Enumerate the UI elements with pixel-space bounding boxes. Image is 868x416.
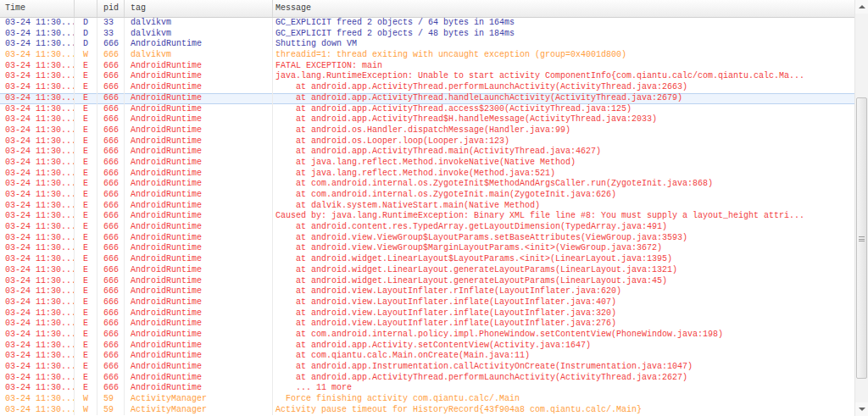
log-row[interactable]: 03-24 11:30... E 666 AndroidRuntime at c… [0,330,854,341]
log-row[interactable]: 03-24 11:30... E 666 AndroidRuntime at c… [0,179,854,190]
log-row[interactable]: 03-24 11:30... E 666 AndroidRuntime at j… [0,158,854,169]
log-level-cell: E [75,286,97,297]
log-time-cell: 03-24 11:30... [0,201,75,212]
log-row[interactable]: 03-24 11:30... E 666 AndroidRuntime at a… [0,297,854,308]
log-row[interactable]: 03-24 11:30... E 666 AndroidRuntime at j… [0,169,854,180]
log-row[interactable]: 03-24 11:30... E 666 AndroidRuntime at c… [0,351,854,362]
log-message-cell: at android.view.LayoutInflater.inflate(L… [273,319,854,330]
log-pid-cell: 666 [97,276,125,287]
log-level-cell: E [75,308,97,319]
log-message-cell: at com.android.internal.policy.impl.Phon… [273,330,854,341]
log-row[interactable]: 03-24 11:30... E 666 AndroidRuntime at a… [0,286,854,297]
log-row[interactable]: 03-24 11:30... E 666 AndroidRuntime java… [0,71,854,82]
log-time-cell: 03-24 11:30... [0,341,75,352]
log-pid-cell: 666 [97,125,125,136]
log-tag-cell: AndroidRuntime [125,351,273,362]
log-row[interactable]: 03-24 11:30... E 666 AndroidRuntime at a… [0,373,854,384]
log-row[interactable]: 03-24 11:30... W 59 ActivityManager Forc… [0,394,854,405]
log-row[interactable]: 03-24 11:30... E 666 AndroidRuntime at a… [0,276,854,287]
log-table-header: Time pid tag Message [0,0,854,18]
log-row[interactable]: 03-24 11:30... E 666 AndroidRuntime at a… [0,82,854,93]
log-row[interactable]: 03-24 11:30... E 666 AndroidRuntime at a… [0,147,854,158]
log-row[interactable]: 03-24 11:30... E 666 AndroidRuntime at a… [0,136,854,147]
log-tag-cell: AndroidRuntime [125,286,273,297]
log-row[interactable]: 03-24 11:30... E 666 AndroidRuntime at a… [0,222,854,233]
log-message-cell: at android.view.LayoutInflater.rInflate(… [273,286,854,297]
log-row[interactable]: 03-24 11:30... E 666 AndroidRuntime at d… [0,201,854,212]
log-tag-cell: AndroidRuntime [125,330,273,341]
log-row[interactable]: 03-24 11:30... E 666 AndroidRuntime at a… [0,254,854,265]
log-pid-cell: 666 [97,319,125,330]
log-row[interactable]: 03-24 11:30... E 666 AndroidRuntime at a… [0,362,854,373]
log-tag-cell: AndroidRuntime [125,104,273,115]
log-message-cell: at com.android.internal.os.ZygoteInit$Me… [273,179,854,190]
arrow-down-icon [859,408,865,411]
log-pid-cell: 666 [97,158,125,169]
log-row[interactable]: 03-24 11:30... E 666 AndroidRuntime FATA… [0,61,854,72]
vertical-scrollbar[interactable] [854,0,868,416]
log-time-cell: 03-24 11:30... [0,169,75,180]
log-row[interactable]: 03-24 11:30... E 666 AndroidRuntime at a… [0,125,854,136]
log-message-cell: GC_EXPLICIT freed 2 objects / 48 bytes i… [273,29,854,40]
log-pid-cell: 666 [97,93,125,104]
log-row[interactable]: 03-24 11:30... E 666 AndroidRuntime at a… [0,104,854,115]
log-message-cell: at android.view.LayoutInflater.inflate(L… [273,297,854,308]
log-tag-cell: AndroidRuntime [125,61,273,72]
log-row[interactable]: 03-24 11:30... E 666 AndroidRuntime at a… [0,114,854,125]
column-header-message[interactable]: Message [273,0,854,17]
log-row[interactable]: 03-24 11:30... E 666 AndroidRuntime at a… [0,233,854,244]
log-time-cell: 03-24 11:30... [0,93,75,104]
log-message-cell: FATAL EXCEPTION: main [273,61,854,72]
column-header-tag[interactable]: tag [125,0,273,17]
log-row[interactable]: 03-24 11:30... E 666 AndroidRuntime at a… [0,243,854,254]
log-level-cell: E [75,179,97,190]
log-level-cell: E [75,373,97,384]
log-row[interactable]: 03-24 11:30... E 666 AndroidRuntime Caus… [0,211,854,222]
log-row[interactable]: 03-24 11:30... D 33 dalvikvm GC_EXPLICIT… [0,29,854,40]
column-header-time[interactable]: Time [0,0,75,17]
log-pid-cell: 666 [97,190,125,201]
log-level-cell: E [75,61,97,72]
log-pid-cell: 666 [97,136,125,147]
log-tag-cell: AndroidRuntime [125,222,273,233]
log-pid-cell: 666 [97,308,125,319]
log-message-cell: threadid=1: thread exiting with uncaught… [273,50,854,61]
log-level-cell: E [75,243,97,254]
log-tag-cell: AndroidRuntime [125,179,273,190]
log-pid-cell: 666 [97,222,125,233]
log-time-cell: 03-24 11:30... [0,383,75,394]
log-level-cell: E [75,147,97,158]
log-tag-cell: AndroidRuntime [125,373,273,384]
log-pid-cell: 666 [97,362,125,373]
log-row[interactable]: 03-24 11:30... E 666 AndroidRuntime at a… [0,341,854,352]
log-message-cell: Shutting down VM [273,39,854,50]
log-message-cell: at android.view.ViewGroup$LayoutParams.s… [273,233,854,244]
log-pid-cell: 666 [97,50,125,61]
log-time-cell: 03-24 11:30... [0,29,75,40]
column-header-pid[interactable]: pid [97,0,125,17]
log-row[interactable]: 03-24 11:30... E 666 AndroidRuntime at a… [0,93,854,104]
log-message-cell: at android.widget.LinearLayout$LayoutPar… [273,254,854,265]
log-row[interactable]: 03-24 11:30... D 666 AndroidRuntime Shut… [0,39,854,50]
log-row[interactable]: 03-24 11:30... E 666 AndroidRuntime at a… [0,265,854,276]
log-pid-cell: 666 [97,286,125,297]
scroll-up-button[interactable] [855,0,868,14]
log-row[interactable]: 03-24 11:30... W 59 ActivityManager Acti… [0,405,854,416]
log-pid-cell: 666 [97,341,125,352]
logcat-view: Time pid tag Message 03-24 11:30... D 33… [0,0,868,416]
log-row[interactable]: 03-24 11:30... E 666 AndroidRuntime at c… [0,190,854,201]
log-pid-cell: 666 [97,82,125,93]
log-row[interactable]: 03-24 11:30... E 666 AndroidRuntime at a… [0,319,854,330]
scrollbar-thumb[interactable] [856,97,867,379]
log-message-cell: at android.view.LayoutInflater.inflate(L… [273,308,854,319]
log-level-cell: E [75,254,97,265]
log-message-cell: at android.widget.LinearLayout.generateL… [273,276,854,287]
log-row[interactable]: 03-24 11:30... D 33 dalvikvm GC_EXPLICIT… [0,18,854,29]
log-row[interactable]: 03-24 11:30... E 666 AndroidRuntime at a… [0,308,854,319]
scroll-down-button[interactable] [855,402,868,416]
log-time-cell: 03-24 11:30... [0,125,75,136]
log-row[interactable]: 03-24 11:30... W 666 dalvikvm threadid=1… [0,50,854,61]
log-row[interactable]: 03-24 11:30... E 666 AndroidRuntime ... … [0,383,854,394]
column-header-level[interactable] [75,0,97,17]
log-level-cell: E [75,341,97,352]
